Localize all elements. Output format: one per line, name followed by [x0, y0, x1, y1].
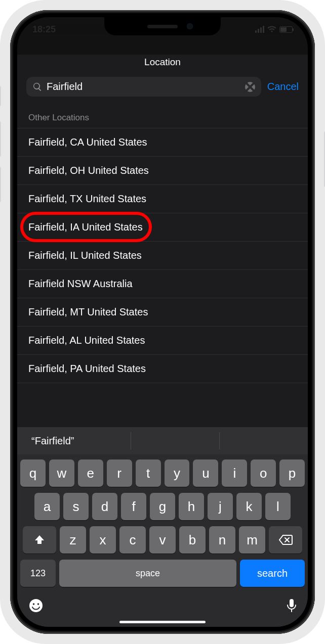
t-key[interactable]: t — [136, 459, 161, 487]
p-key[interactable]: p — [279, 459, 305, 487]
keyboard-suggestion-empty — [219, 427, 308, 454]
j-key[interactable]: j — [208, 493, 233, 520]
svg-point-2 — [37, 603, 39, 605]
v-key[interactable]: v — [149, 526, 176, 554]
s-key[interactable]: s — [63, 493, 89, 520]
cancel-button[interactable]: Cancel — [267, 81, 299, 93]
search-field[interactable] — [26, 77, 261, 97]
keyboard-suggestion-bar: “Fairfield” — [17, 427, 308, 454]
space-key[interactable]: space — [59, 560, 236, 587]
list-item[interactable]: Fairfield, OH United States — [17, 156, 308, 185]
search-key[interactable]: search — [240, 560, 305, 587]
emoji-key[interactable] — [28, 598, 44, 617]
device-bezel: 18:25 Location Cancel Other Lo — [10, 10, 315, 634]
e-key[interactable]: e — [78, 459, 103, 487]
list-item[interactable]: Fairfield NSW Australia — [17, 269, 308, 298]
list-item[interactable]: Fairfield, TX United States — [17, 185, 308, 213]
d-key[interactable]: d — [92, 493, 117, 520]
q-key[interactable]: q — [20, 459, 46, 487]
x-key[interactable]: x — [90, 526, 116, 554]
f-key[interactable]: f — [121, 493, 146, 520]
search-icon — [32, 82, 43, 92]
screen: 18:25 Location Cancel Other Lo — [17, 17, 308, 627]
r-key[interactable]: r — [107, 459, 132, 487]
device-frame: 18:25 Location Cancel Other Lo — [0, 0, 325, 644]
list-item[interactable]: Fairfield, AL United States — [17, 326, 308, 354]
g-key[interactable]: g — [150, 493, 175, 520]
w-key[interactable]: w — [49, 459, 74, 487]
clear-icon[interactable] — [245, 82, 255, 92]
b-key[interactable]: b — [179, 526, 206, 554]
search-row: Cancel — [17, 77, 308, 102]
results-list: Fairfield, CA United StatesFairfield, OH… — [17, 128, 308, 383]
volume-up-button — [0, 121, 1, 157]
m-key[interactable]: m — [239, 526, 265, 554]
n-key[interactable]: n — [209, 526, 235, 554]
list-item[interactable]: Fairfield, PA United States — [17, 354, 308, 383]
keyboard-suggestion-empty — [131, 427, 219, 454]
l-key[interactable]: l — [265, 493, 291, 520]
list-item[interactable]: Fairfield, CA United States — [17, 128, 308, 156]
o-key[interactable]: o — [251, 459, 276, 487]
list-item[interactable]: Fairfield, IL United States — [17, 241, 308, 269]
svg-rect-3 — [290, 599, 294, 607]
dictation-key[interactable] — [287, 598, 297, 617]
list-item[interactable]: Fairfield, IA United States — [17, 213, 308, 241]
volume-down-button — [0, 167, 1, 202]
keyboard-keys: qwertyuiop asdfghjkl zxcvbnm 123 space — [17, 454, 308, 596]
notch — [104, 17, 221, 35]
section-header-other-locations: Other Locations — [17, 102, 308, 128]
svg-point-1 — [33, 603, 35, 605]
i-key[interactable]: i — [222, 459, 247, 487]
backspace-key[interactable] — [269, 526, 302, 554]
u-key[interactable]: u — [193, 459, 218, 487]
search-input[interactable] — [47, 81, 241, 93]
c-key[interactable]: c — [119, 526, 146, 554]
mute-switch — [0, 86, 1, 106]
keyboard-suggestion[interactable]: “Fairfield” — [17, 427, 131, 454]
keyboard: “Fairfield” qwertyuiop asdfghjkl zxcvbnm — [17, 427, 308, 627]
h-key[interactable]: h — [179, 493, 204, 520]
home-indicator[interactable] — [119, 621, 206, 623]
svg-point-0 — [29, 599, 43, 612]
list-item[interactable]: Fairfield, MT United States — [17, 298, 308, 326]
shift-key[interactable] — [23, 526, 56, 554]
numbers-key[interactable]: 123 — [20, 560, 56, 587]
y-key[interactable]: y — [165, 459, 190, 487]
k-key[interactable]: k — [236, 493, 262, 520]
a-key[interactable]: a — [34, 493, 60, 520]
z-key[interactable]: z — [60, 526, 86, 554]
